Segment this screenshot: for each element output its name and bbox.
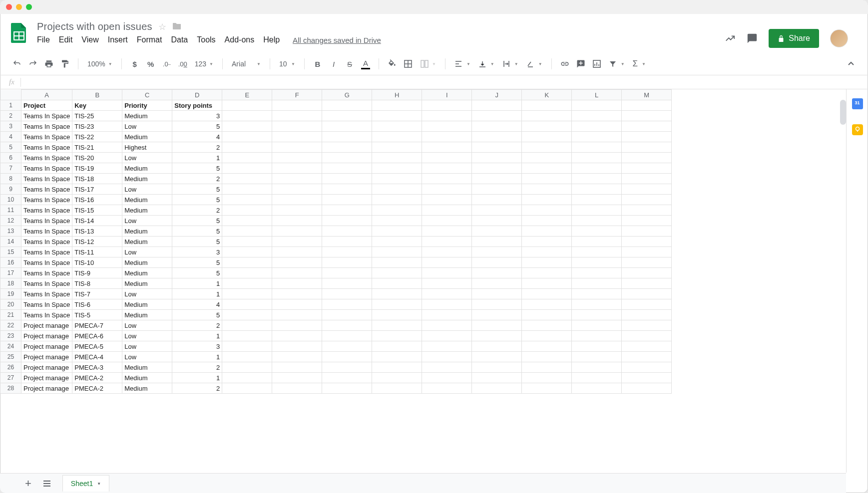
cell[interactable]: TIS-16 (72, 195, 122, 205)
cell[interactable] (622, 373, 672, 383)
cell[interactable]: Teams In Space (21, 153, 72, 163)
cell[interactable] (322, 132, 372, 142)
fill-color-button[interactable] (385, 57, 399, 71)
cell[interactable]: Low (122, 320, 172, 331)
cell[interactable] (522, 184, 572, 195)
print-button[interactable] (42, 57, 56, 71)
font-size-dropdown[interactable]: 10▼ (276, 60, 298, 68)
cell[interactable]: 1 (172, 153, 222, 163)
col-header[interactable]: L (572, 90, 622, 100)
cell[interactable] (272, 331, 322, 341)
cell[interactable] (322, 289, 372, 299)
cell[interactable]: PMECA-2 (72, 383, 122, 394)
cell[interactable] (272, 362, 322, 373)
cell[interactable] (572, 237, 622, 247)
cell[interactable] (322, 163, 372, 174)
cell[interactable] (272, 237, 322, 247)
cell[interactable]: 2 (172, 362, 222, 373)
cell[interactable] (272, 174, 322, 184)
cell[interactable] (222, 205, 272, 216)
cell[interactable] (322, 195, 372, 205)
cell[interactable] (472, 100, 522, 111)
cell[interactable]: TIS-18 (72, 174, 122, 184)
row-header[interactable]: 7 (0, 163, 21, 174)
col-header[interactable]: A (21, 90, 72, 100)
cell[interactable] (572, 100, 622, 111)
cell[interactable] (322, 268, 372, 278)
cell[interactable] (572, 362, 622, 373)
cell[interactable]: 5 (172, 257, 222, 268)
cell[interactable] (272, 257, 322, 268)
cell[interactable] (372, 310, 422, 320)
cell[interactable]: TIS-8 (72, 278, 122, 289)
row-header[interactable]: 3 (0, 121, 21, 132)
cell[interactable]: Project (21, 100, 72, 111)
cell[interactable]: Highest (122, 142, 172, 153)
cell[interactable] (622, 142, 672, 153)
cell[interactable] (272, 373, 322, 383)
cell[interactable]: Teams In Space (21, 111, 72, 121)
text-rotation-button[interactable]: ▼ (523, 60, 545, 68)
menu-format[interactable]: Format (137, 35, 162, 44)
cell[interactable]: PMECA-3 (72, 362, 122, 373)
cell[interactable] (572, 310, 622, 320)
cell[interactable] (322, 278, 372, 289)
cell[interactable] (222, 247, 272, 257)
cell[interactable] (422, 320, 472, 331)
cell[interactable]: TIS-15 (72, 205, 122, 216)
cell[interactable]: PMECA-6 (72, 331, 122, 341)
col-header[interactable]: B (72, 90, 122, 100)
cell[interactable] (422, 121, 472, 132)
cell[interactable] (272, 195, 322, 205)
cell[interactable] (322, 205, 372, 216)
cell[interactable]: Teams In Space (21, 184, 72, 195)
cell[interactable] (472, 205, 522, 216)
cell[interactable] (322, 352, 372, 362)
cell[interactable] (322, 373, 372, 383)
cell[interactable] (622, 153, 672, 163)
cell[interactable] (472, 383, 522, 394)
cell[interactable] (572, 121, 622, 132)
cell[interactable] (422, 310, 472, 320)
cell[interactable] (522, 111, 572, 121)
cell[interactable] (622, 205, 672, 216)
cell[interactable] (522, 373, 572, 383)
share-button[interactable]: Share (769, 29, 819, 48)
cell[interactable]: 5 (172, 310, 222, 320)
menu-data[interactable]: Data (171, 35, 188, 44)
cell[interactable]: TIS-7 (72, 289, 122, 299)
cell[interactable]: TIS-10 (72, 257, 122, 268)
cell[interactable] (222, 383, 272, 394)
cell[interactable] (422, 163, 472, 174)
cell[interactable] (372, 289, 422, 299)
cell[interactable]: Medium (122, 205, 172, 216)
cell[interactable] (622, 289, 672, 299)
cell[interactable]: Teams In Space (21, 163, 72, 174)
cell[interactable] (422, 195, 472, 205)
cell[interactable] (572, 289, 622, 299)
cell[interactable]: Teams In Space (21, 142, 72, 153)
cell[interactable]: Medium (122, 163, 172, 174)
cell[interactable] (472, 142, 522, 153)
cell[interactable] (522, 299, 572, 310)
cell[interactable] (572, 320, 622, 331)
col-header[interactable]: M (622, 90, 672, 100)
col-header[interactable]: H (372, 90, 422, 100)
cell[interactable] (372, 153, 422, 163)
decrease-decimal-button[interactable]: .0_ (160, 57, 174, 71)
cell[interactable] (522, 121, 572, 132)
cell[interactable] (522, 341, 572, 352)
cell[interactable] (322, 320, 372, 331)
insert-comment-button[interactable] (574, 57, 588, 71)
star-icon[interactable]: ☆ (158, 21, 166, 32)
cell[interactable]: Low (122, 289, 172, 299)
cell[interactable] (372, 174, 422, 184)
cell[interactable] (322, 299, 372, 310)
percent-button[interactable]: % (144, 57, 158, 71)
comments-icon[interactable] (747, 33, 758, 44)
cell[interactable]: Teams In Space (21, 268, 72, 278)
cell[interactable] (572, 278, 622, 289)
cell[interactable] (472, 184, 522, 195)
row-header[interactable]: 17 (0, 268, 21, 278)
cell[interactable] (322, 331, 372, 341)
